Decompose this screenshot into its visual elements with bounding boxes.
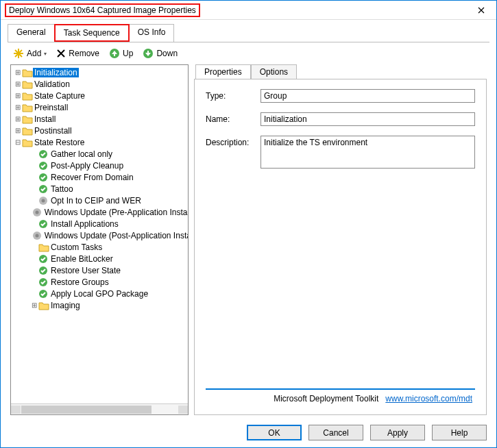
tab-task-sequence[interactable]: Task Sequence	[54, 24, 130, 42]
tree-item-label: Restore User State	[49, 266, 122, 275]
tree-item[interactable]: ·Windows Update (Pre-Application Install…	[11, 206, 188, 218]
apply-button[interactable]: Apply	[370, 425, 425, 440]
outer-tabstrip: General Task Sequence OS Info	[1, 20, 496, 42]
down-label: Down	[156, 49, 178, 58]
tree-item[interactable]: ⊞Validation	[11, 78, 188, 90]
tree-item[interactable]: ⊞Initialization	[11, 66, 188, 78]
expand-toggle[interactable]: ⊞	[30, 301, 38, 309]
tree-item[interactable]: ⊞Imaging	[11, 299, 188, 311]
tree-item-label: Apply Local GPO Package	[49, 289, 149, 299]
tree-item[interactable]: ⊞Preinstall	[11, 101, 188, 113]
check-icon	[38, 149, 49, 159]
folder-icon	[38, 242, 49, 252]
tree-item[interactable]: ⊞Postinstall	[11, 125, 188, 136]
up-button[interactable]: Up	[106, 47, 136, 60]
expand-toggle[interactable]: ⊞	[14, 103, 22, 111]
tree-item[interactable]: ·Custom Tasks	[11, 241, 188, 253]
cancel-button[interactable]: Cancel	[308, 425, 363, 440]
expand-toggle: ·	[30, 266, 38, 274]
help-button[interactable]: Help	[432, 425, 487, 440]
expand-toggle: ·	[30, 197, 38, 204]
tab-properties[interactable]: Properties	[195, 64, 251, 79]
check-icon	[38, 173, 49, 182]
name-label: Name:	[206, 112, 260, 124]
tree-item-label: Gather local only	[49, 149, 114, 159]
tab-general[interactable]: General	[8, 24, 55, 42]
remove-icon	[56, 49, 66, 58]
down-button[interactable]: Down	[140, 47, 180, 60]
add-icon	[13, 48, 24, 59]
tree-item-label: Post-Apply Cleanup	[49, 161, 125, 171]
tree-item[interactable]: ⊟State Restore	[11, 136, 188, 148]
add-label: Add	[27, 49, 41, 58]
task-tree[interactable]: ⊞Initialization⊞Validation⊞State Capture…	[11, 65, 188, 403]
folder-icon	[22, 79, 33, 89]
dropdown-icon: ▾	[44, 51, 47, 57]
expand-toggle: ·	[30, 255, 38, 262]
remove-label: Remove	[69, 49, 99, 58]
tree-item[interactable]: ·Restore Groups	[11, 276, 188, 288]
tree-item[interactable]: ·Recover From Domain	[11, 171, 188, 183]
tree-item[interactable]: ·Windows Update (Post-Application Instal…	[11, 229, 188, 241]
brand-text: Microsoft Deployment Toolkit	[274, 394, 378, 403]
tree-item-label: Postinstall	[33, 126, 73, 136]
tree-item-label: Recover From Domain	[49, 173, 135, 182]
svg-point-13	[35, 210, 38, 214]
tree-item[interactable]: ·Enable BitLocker	[11, 253, 188, 264]
toolbar: Add ▾ Remove Up Down	[8, 42, 489, 64]
tab-os-info[interactable]: OS Info	[129, 24, 175, 42]
dialog-buttons: OK Cancel Apply Help	[1, 418, 496, 447]
folder-icon	[22, 91, 33, 101]
tree-item[interactable]: ·Post-Apply Cleanup	[11, 160, 188, 171]
up-icon	[109, 48, 120, 59]
tree-item-label: Windows Update (Post-Application Install	[43, 231, 188, 240]
tree-item-label: Imaging	[49, 301, 82, 310]
add-button[interactable]: Add ▾	[10, 47, 49, 60]
mdt-link[interactable]: www.microsoft.com/mdt	[385, 394, 472, 403]
tree-pane: ⊞Initialization⊞Validation⊞State Capture…	[10, 64, 189, 415]
tree-item-label: Enable BitLocker	[49, 254, 114, 264]
tree-item[interactable]: ⊞Install	[11, 113, 188, 125]
expand-toggle[interactable]: ⊞	[14, 80, 22, 88]
expand-toggle[interactable]: ⊟	[14, 138, 22, 146]
description-field[interactable]	[260, 136, 475, 169]
tree-item[interactable]: ·Apply Local GPO Package	[11, 288, 188, 299]
tree-item[interactable]: ·Tattoo	[11, 183, 188, 195]
expand-toggle: ·	[30, 278, 38, 286]
check-icon	[38, 161, 49, 171]
folder-icon	[38, 301, 49, 310]
check-icon	[38, 184, 49, 194]
tree-item[interactable]: ·Gather local only	[11, 148, 188, 160]
description-label: Description:	[206, 136, 260, 147]
properties-pane: Properties Options Type: Group Name: Des…	[194, 64, 487, 415]
tree-item-label: Preinstall	[33, 103, 69, 112]
tree-item[interactable]: ·Restore User State	[11, 264, 188, 276]
tree-item[interactable]: ⊞State Capture	[11, 90, 188, 101]
tree-item-label: State Capture	[33, 91, 86, 101]
name-field[interactable]	[260, 112, 475, 126]
type-value: Group	[260, 89, 475, 103]
type-label: Type:	[206, 89, 260, 101]
tree-item[interactable]: ·Opt In to CEIP and WER	[11, 195, 188, 206]
tree-item-label: Tattoo	[49, 184, 75, 194]
tree-item[interactable]: ·Install Applications	[11, 218, 188, 229]
check-icon	[38, 289, 49, 299]
remove-button[interactable]: Remove	[53, 47, 102, 60]
window-title: Deploy Windows 10x64 Captured Image Prop…	[5, 3, 200, 17]
expand-toggle[interactable]: ⊞	[14, 92, 22, 99]
dialog-window: Deploy Windows 10x64 Captured Image Prop…	[0, 0, 497, 448]
expand-toggle[interactable]: ⊞	[14, 127, 22, 134]
expand-toggle[interactable]: ⊞	[14, 115, 22, 123]
check-icon	[38, 219, 49, 229]
tab-options[interactable]: Options	[251, 64, 297, 79]
folder-icon	[22, 68, 33, 77]
folder-icon	[22, 126, 33, 136]
tree-item-label: Validation	[33, 79, 71, 89]
horizontal-scrollbar[interactable]	[11, 403, 188, 414]
disabled-icon	[38, 196, 49, 206]
expand-toggle: ·	[30, 290, 38, 297]
ok-button[interactable]: OK	[247, 425, 302, 440]
close-button[interactable]	[468, 2, 495, 18]
tree-item-label: Windows Update (Pre-Application Installa	[43, 208, 188, 217]
expand-toggle[interactable]: ⊞	[14, 69, 22, 76]
